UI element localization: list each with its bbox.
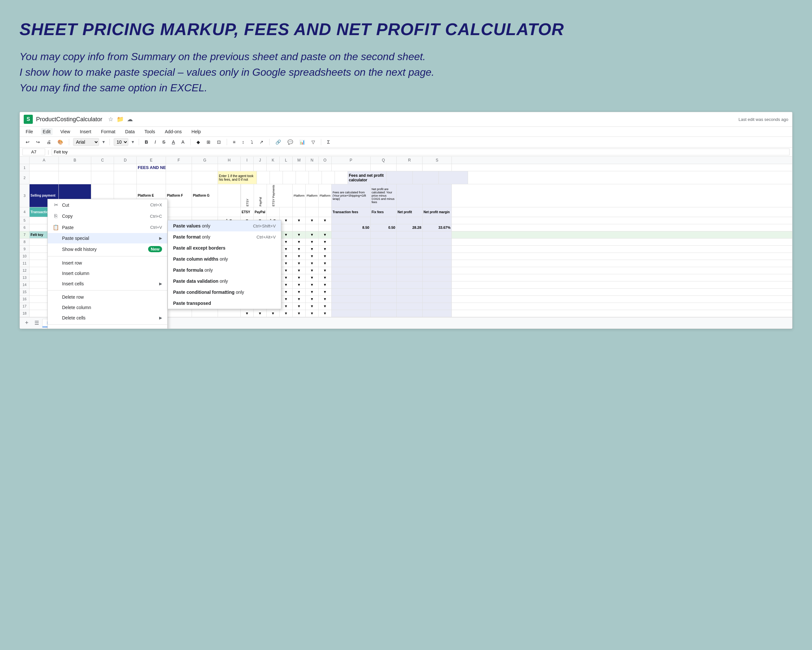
paint-format-button[interactable]: 🎨 xyxy=(55,138,65,146)
cell-e2[interactable] xyxy=(137,171,166,184)
cell-q1[interactable] xyxy=(371,164,397,171)
cell-d1[interactable] xyxy=(114,164,137,171)
paste-data-validation[interactable]: Paste data validation only xyxy=(168,275,281,287)
sheet-menu-button[interactable]: ☰ xyxy=(32,319,41,327)
ctx-insert-link[interactable]: 🔗 Insert link Ctrl+K xyxy=(48,326,167,329)
cell-r14[interactable] xyxy=(397,281,423,288)
cell-p1[interactable] xyxy=(332,164,371,171)
cell-f2[interactable] xyxy=(166,171,192,184)
cell-q15[interactable] xyxy=(371,289,397,295)
ctx-delete-col[interactable]: Delete column xyxy=(48,302,167,313)
cell-o9[interactable]: ▼ xyxy=(319,246,332,252)
cell-m4[interactable] xyxy=(293,207,306,217)
cell-q8[interactable] xyxy=(371,239,397,245)
cell-p11[interactable] xyxy=(332,260,371,267)
menu-view[interactable]: View xyxy=(58,128,72,135)
cell-l14[interactable]: ▼ xyxy=(280,281,293,288)
cell-p16[interactable] xyxy=(332,296,371,303)
italic-button[interactable]: I xyxy=(153,138,158,146)
cell-m18[interactable]: ▼ xyxy=(293,310,306,317)
cell-l3[interactable] xyxy=(280,184,293,207)
cell-s6[interactable]: 33.67% xyxy=(423,224,452,231)
cell-l12[interactable]: ▼ xyxy=(280,267,293,274)
cell-m16[interactable]: ▼ xyxy=(293,296,306,303)
cell-r17[interactable] xyxy=(397,303,423,310)
cell-m11[interactable]: ▼ xyxy=(293,260,306,267)
cell-p8[interactable] xyxy=(332,239,371,245)
cell-p9[interactable] xyxy=(332,246,371,252)
cell-a1[interactable] xyxy=(29,164,59,171)
cell-n4[interactable] xyxy=(306,207,319,217)
ctx-delete-row[interactable]: Delete row xyxy=(48,292,167,302)
ctx-edit-history[interactable]: Show edit history New xyxy=(48,243,167,255)
paste-formula-only[interactable]: Paste formula only xyxy=(168,265,281,275)
paste-transposed[interactable]: Paste transposed xyxy=(168,298,281,309)
cell-s9[interactable] xyxy=(423,246,452,252)
cell-n6[interactable] xyxy=(306,224,319,231)
cell-j4[interactable]: PayPal xyxy=(254,207,267,217)
star-icon[interactable]: ☆ xyxy=(108,116,113,123)
cell-l16[interactable]: ▼ xyxy=(280,296,293,303)
cell-n10[interactable]: ▼ xyxy=(306,253,319,260)
cell-m9[interactable]: ▼ xyxy=(293,246,306,252)
cell-n17[interactable]: ▼ xyxy=(306,303,319,310)
cell-a2[interactable] xyxy=(29,171,59,184)
cell-c2[interactable] xyxy=(91,171,114,184)
rotate-button[interactable]: ↗ xyxy=(258,138,266,146)
cell-m14[interactable]: ▼ xyxy=(293,281,306,288)
cell-r7[interactable] xyxy=(397,231,423,238)
chart-button[interactable]: 📊 xyxy=(298,138,307,146)
cell-h18[interactable] xyxy=(218,310,241,317)
cell-p14[interactable] xyxy=(332,281,371,288)
cell-q4[interactable]: Fix fees xyxy=(371,207,397,217)
filter-button[interactable]: ▽ xyxy=(310,138,317,146)
cell-p12[interactable] xyxy=(332,267,371,274)
cell-o4[interactable] xyxy=(319,207,332,217)
cell-l4[interactable] xyxy=(280,207,293,217)
cell-r3[interactable] xyxy=(397,184,423,207)
cell-s1[interactable] xyxy=(423,164,452,171)
cloud-icon[interactable]: ☁ xyxy=(127,116,133,123)
cell-q12[interactable] xyxy=(371,267,397,274)
cell-o18[interactable]: ▼ xyxy=(319,310,332,317)
cell-i1[interactable] xyxy=(241,164,254,171)
cell-r10[interactable] xyxy=(397,253,423,260)
cell-s18[interactable] xyxy=(423,310,452,317)
cell-b1[interactable] xyxy=(59,164,91,171)
font-color-button[interactable]: A xyxy=(179,138,186,146)
cell-n3[interactable]: Platform E xyxy=(306,184,319,207)
cell-p5[interactable] xyxy=(332,217,371,224)
bold-button[interactable]: B xyxy=(143,138,150,146)
cell-r18[interactable] xyxy=(397,310,423,317)
cell-n16[interactable]: ▼ xyxy=(306,296,319,303)
fill-color-button[interactable]: ◆ xyxy=(195,138,202,146)
cell-n12[interactable]: ▼ xyxy=(306,267,319,274)
cell-m13[interactable]: ▼ xyxy=(293,274,306,281)
function-button[interactable]: Σ xyxy=(325,138,332,146)
cell-m12[interactable]: ▼ xyxy=(293,267,306,274)
cell-s13[interactable] xyxy=(423,274,452,281)
cell-l9[interactable]: ▼ xyxy=(280,246,293,252)
menu-tools[interactable]: Tools xyxy=(143,128,157,135)
cell-n8[interactable]: ▼ xyxy=(306,239,319,245)
cell-q7[interactable] xyxy=(371,231,397,238)
cell-n9[interactable]: ▼ xyxy=(306,246,319,252)
cell-g3[interactable]: Platform G xyxy=(192,184,218,207)
cell-s10[interactable] xyxy=(423,253,452,260)
paste-conditional-formatting[interactable]: Paste conditional formatting only xyxy=(168,287,281,298)
cell-o17[interactable]: ▼ xyxy=(319,303,332,310)
cell-r2[interactable] xyxy=(413,171,439,184)
cell-p13[interactable] xyxy=(332,274,371,281)
ctx-copy[interactable]: ⎘ Copy Ctrl+C xyxy=(48,211,167,222)
cell-q13[interactable] xyxy=(371,274,397,281)
cell-l6[interactable] xyxy=(280,224,293,231)
menu-help[interactable]: Help xyxy=(190,128,203,135)
cell-m6[interactable] xyxy=(293,224,306,231)
cell-m7[interactable]: ▼ xyxy=(293,231,306,238)
ctx-delete-cells[interactable]: Delete cells ▶ xyxy=(48,313,167,323)
cell-l7[interactable]: ▼ xyxy=(280,231,293,238)
menu-addons[interactable]: Add-ons xyxy=(163,128,183,135)
undo-button[interactable]: ↩ xyxy=(24,138,32,146)
folder-icon[interactable]: 📁 xyxy=(117,116,124,123)
menu-edit[interactable]: Edit xyxy=(41,128,53,135)
